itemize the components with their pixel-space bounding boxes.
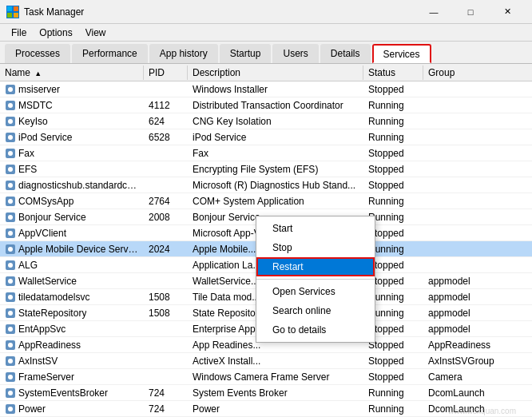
svg-point-45 [8, 407, 13, 411]
cell-status: Running [363, 402, 423, 416]
cell-name-text: WalletService [18, 276, 77, 287]
cell-name-text: msiserver [18, 84, 60, 95]
svg-point-31 [8, 295, 13, 300]
table-row[interactable]: KeyIso624CNG Key IsolationRunning [0, 113, 532, 129]
cell-name: iPod Service [0, 130, 144, 145]
close-button[interactable]: ✕ [489, 3, 526, 21]
cell-description: Distributed Transaction Coordinator [188, 98, 363, 113]
table-row[interactable]: AxInstSVActiveX Install...StoppedAxInstS… [0, 353, 532, 369]
cell-name-text: Fax [18, 148, 34, 159]
service-icon [5, 244, 16, 255]
table-row[interactable]: EFSEncrypting File System (EFS)Stopped [0, 161, 532, 177]
service-icon [5, 308, 16, 319]
svg-point-27 [8, 263, 13, 268]
cell-description: Power [188, 402, 363, 416]
menu-bar: FileOptionsView [0, 24, 532, 42]
table-row[interactable]: FaxFaxStopped [0, 145, 532, 161]
context-item-restart[interactable]: Restart [256, 257, 375, 276]
svg-point-41 [8, 375, 13, 379]
table-row[interactable]: SystemEventsBroker724System Events Broke… [0, 385, 532, 401]
minimize-button[interactable]: — [415, 3, 452, 21]
menu-item-options[interactable]: Options [33, 26, 78, 40]
cell-name-text: FrameServer [18, 371, 74, 383]
service-icon [5, 276, 16, 287]
service-icon [5, 212, 16, 223]
context-item-start[interactable]: Start [256, 219, 375, 238]
cell-name-text: Bonjour Service [18, 212, 86, 223]
service-icon [5, 148, 16, 159]
cell-pid: 4112 [144, 98, 188, 113]
cell-status: Running [363, 114, 423, 129]
cell-group: appmodel [423, 306, 503, 320]
col-header-status[interactable]: Status [363, 66, 423, 80]
service-icon [5, 387, 16, 399]
context-item-stop[interactable]: Stop [256, 238, 375, 257]
cell-pid [144, 232, 188, 235]
service-icon [5, 84, 16, 95]
table-row[interactable]: diagnosticshub.standardco...Microsoft (R… [0, 177, 532, 193]
cell-pid [144, 328, 188, 331]
cell-name: AppVClient [0, 226, 144, 240]
context-item-go-to-details[interactable]: Go to details [256, 320, 375, 340]
service-icon [5, 132, 16, 143]
cell-name: diagnosticshub.standardco... [0, 178, 144, 193]
tab-details[interactable]: Details [320, 44, 371, 63]
cell-status: Running [363, 98, 423, 113]
cell-name: StateRepository [0, 306, 144, 320]
tab-app-history[interactable]: App history [149, 44, 218, 63]
table-row[interactable]: iPod Service6528iPod ServiceRunning [0, 129, 532, 145]
col-header-description[interactable]: Description [188, 66, 363, 80]
menu-item-file[interactable]: File [5, 26, 33, 40]
cell-group: AppReadiness [423, 338, 503, 352]
cell-name-text: AppVClient [18, 228, 66, 239]
service-icon [5, 100, 16, 111]
cell-name: msiserver [0, 82, 144, 97]
svg-point-39 [8, 359, 13, 363]
col-header-group[interactable]: Group [423, 66, 503, 80]
svg-rect-2 [7, 13, 12, 18]
context-item-search-online[interactable]: Search online [256, 301, 375, 320]
cell-name: FrameServer [0, 370, 144, 384]
tab-users[interactable]: Users [272, 44, 318, 63]
service-icon [5, 292, 16, 303]
col-header-pid[interactable]: PID [144, 66, 188, 80]
cell-name-text: ALG [18, 260, 38, 271]
table-row[interactable]: msiserverWindows InstallerStopped [0, 81, 532, 97]
cell-name: AppReadiness [0, 338, 144, 352]
cell-name: KeyIso [0, 114, 144, 129]
tab-startup[interactable]: Startup [220, 44, 272, 63]
maximize-button[interactable]: □ [452, 3, 489, 21]
tab-processes[interactable]: Processes [5, 44, 70, 63]
cell-name-text: COMSysApp [18, 196, 73, 207]
cell-name-text: EFS [18, 164, 37, 175]
table-row[interactable]: MSDTC4112Distributed Transaction Coordin… [0, 97, 532, 113]
table-row[interactable]: FrameServerWindows Camera Frame ServerSt… [0, 369, 532, 385]
cell-name: EFS [0, 162, 144, 177]
menu-item-view[interactable]: View [79, 26, 113, 40]
cell-pid [144, 280, 188, 283]
cell-pid: 724 [144, 386, 188, 400]
svg-point-21 [8, 215, 13, 220]
service-icon [5, 355, 16, 367]
cell-name-text: StateRepository [18, 308, 86, 319]
cell-pid [144, 375, 188, 379]
tab-performance[interactable]: Performance [72, 44, 148, 63]
svg-point-9 [8, 119, 13, 124]
cell-group: DcomLaunch [423, 386, 503, 400]
cell-status: Running [363, 194, 423, 208]
title-bar-left: Task Manager [6, 6, 84, 18]
service-icon [5, 116, 16, 127]
cell-description: iPod Service [188, 130, 363, 145]
tab-services[interactable]: Services [372, 44, 431, 63]
cell-description: System Events Broker [188, 386, 363, 400]
cell-group [423, 232, 503, 235]
cell-name-text: diagnosticshub.standardco... [18, 180, 139, 191]
col-header-name[interactable]: Name ▲ [0, 66, 144, 80]
service-icon [5, 164, 16, 175]
table-row[interactable]: COMSysApp2764COM+ System ApplicationRunn… [0, 193, 532, 209]
context-item-open-services[interactable]: Open Services [256, 282, 375, 301]
cell-group [423, 88, 503, 91]
cell-group: appmodel [423, 322, 503, 336]
cell-pid: 724 [144, 402, 188, 416]
svg-point-33 [8, 311, 13, 316]
